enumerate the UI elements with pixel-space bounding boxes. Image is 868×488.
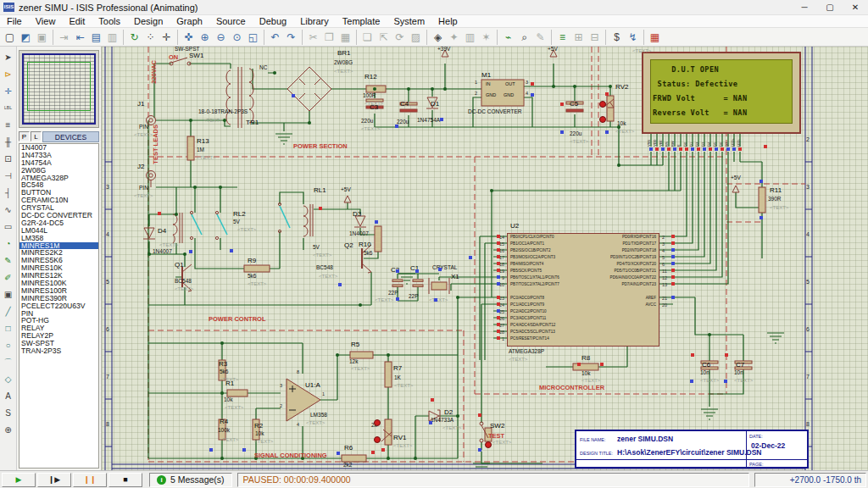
origin-icon[interactable]: ✛ — [159, 30, 174, 44]
block-delete-icon[interactable]: ▨ — [409, 30, 423, 44]
schematic-canvas[interactable]: 3456782345678 — [102, 47, 868, 470]
text-script-mode-icon[interactable]: ≡ — [1, 118, 15, 132]
menu-library[interactable]: Library — [293, 16, 336, 26]
message-panel[interactable]: i 5 Message(s) — [149, 473, 232, 487]
menu-edit[interactable]: Edit — [62, 16, 92, 26]
wire-autorouter-icon[interactable]: ⌁ — [501, 30, 515, 44]
electrical-rules-check-icon[interactable]: ↯ — [626, 30, 640, 44]
menu-design[interactable]: Design — [127, 16, 170, 26]
schematic-label: POWER CONTROL — [209, 316, 266, 323]
decompose-icon[interactable]: ✶ — [479, 30, 493, 44]
generator-mode-icon[interactable]: ◔ — [1, 236, 15, 251]
redo-icon[interactable]: ↷ — [284, 30, 298, 44]
stop-button[interactable]: ■ — [108, 473, 142, 487]
new-sheet-icon[interactable]: ⊞ — [571, 30, 586, 44]
block-move-icon[interactable]: ⇱ — [376, 30, 391, 44]
virtual-instruments-mode-icon[interactable]: ▣ — [1, 287, 15, 302]
zoom-all-icon[interactable]: ⊙ — [230, 30, 244, 44]
menu-graph[interactable]: Graph — [170, 16, 209, 26]
overview-window[interactable] — [19, 50, 99, 128]
grid-toggle-icon[interactable]: ⁘ — [143, 30, 158, 44]
wire-label-mode-icon[interactable]: LBL — [1, 101, 15, 115]
voltage-probe-mode-icon[interactable]: ✎ — [1, 253, 15, 268]
device-item-tran-2p3s[interactable]: TRAN-2P3S — [19, 347, 98, 355]
remove-sheet-icon[interactable]: ⊟ — [587, 30, 602, 44]
new-file-icon[interactable]: ▢ — [3, 30, 17, 44]
netlist-to-ares-icon[interactable]: ▦ — [648, 30, 662, 44]
2d-arc-mode-icon[interactable]: ⌒ — [1, 355, 15, 369]
selection-mode-icon[interactable]: ➤ — [1, 50, 15, 64]
undo-icon[interactable]: ↶ — [268, 30, 282, 44]
packaging-tool-icon[interactable]: ▥ — [463, 30, 477, 44]
menu-debug[interactable]: Debug — [253, 16, 293, 26]
schematic-label: +5V — [548, 47, 558, 53]
device-pin-mode-icon[interactable]: ┤ — [1, 186, 15, 200]
maximize-button[interactable]: ▢ — [817, 0, 843, 15]
cut-icon[interactable]: ✂ — [306, 30, 320, 44]
block-copy-icon[interactable]: ❏ — [360, 30, 375, 44]
pick-device-icon[interactable]: ◈ — [431, 30, 445, 44]
mark-output-icon[interactable]: ▥ — [105, 30, 120, 44]
paste-icon[interactable]: ▦ — [338, 30, 353, 44]
schematic-label: 1N4007 — [349, 231, 369, 237]
microcontroller-u2[interactable]: PB0/ICP1/CLKO/PCINT014PB1/OC1A/PCINT115P… — [507, 233, 659, 347]
junction-mode-icon[interactable]: ✛ — [1, 84, 15, 98]
zoom-in-icon[interactable]: ⊕ — [198, 30, 212, 44]
import-section-icon[interactable]: ⇥ — [57, 30, 71, 44]
print-icon[interactable]: ▤ — [89, 30, 103, 44]
menu-source[interactable]: Source — [209, 16, 253, 26]
mcu-pin-pd0: PD0/RXD/PCINT16 — [622, 235, 656, 239]
make-device-icon[interactable]: ✦ — [447, 30, 461, 44]
open-folder-icon[interactable]: ◩ — [19, 30, 33, 44]
2d-text-mode-icon[interactable]: A — [1, 389, 15, 403]
menu-system[interactable]: System — [387, 16, 431, 26]
2d-symbol-mode-icon[interactable]: S — [1, 406, 15, 420]
2d-line-mode-icon[interactable]: ╱ — [1, 304, 15, 319]
close-button[interactable]: ✕ — [843, 0, 868, 15]
schematic-label: IN — [486, 82, 491, 87]
logic-state-indicator — [732, 147, 736, 151]
menu-tools[interactable]: Tools — [92, 16, 127, 26]
graph-mode-icon[interactable]: ∿ — [1, 202, 15, 217]
redraw-icon[interactable]: ↻ — [127, 30, 142, 44]
zoom-area-icon[interactable]: ◱ — [246, 30, 260, 44]
schematic-label: ON — [169, 54, 178, 61]
design-explorer-icon[interactable]: ≡ — [555, 30, 570, 44]
pan-icon[interactable]: ✜ — [181, 30, 196, 44]
titleblock-divider-h — [576, 459, 807, 460]
search-tag-icon[interactable]: ⌕ — [517, 30, 531, 44]
copy-icon[interactable]: ❐ — [322, 30, 337, 44]
schematic-label: 2k2 — [343, 463, 352, 469]
step-button[interactable]: ❙▶ — [37, 473, 71, 487]
tape-recorder-mode-icon[interactable]: ▭ — [1, 219, 15, 234]
menu-view[interactable]: View — [29, 16, 63, 26]
2d-box-mode-icon[interactable]: □ — [1, 321, 15, 336]
play-button[interactable]: ▶ — [2, 473, 36, 487]
zoom-out-icon[interactable]: ⊖ — [214, 30, 228, 44]
marker-mode-icon[interactable]: ⊕ — [1, 423, 15, 437]
save-icon[interactable]: ▣ — [35, 30, 49, 44]
schematic-label: 100R — [363, 93, 376, 99]
subcircuit-mode-icon[interactable]: ⊡ — [1, 152, 15, 166]
mcu-pin-pc4: PC4/ADC4/SDA/PCINT12 — [510, 323, 555, 327]
library-manager-button[interactable]: L — [31, 131, 42, 141]
terminal-mode-icon[interactable]: ⊣ — [1, 169, 15, 183]
2d-circle-mode-icon[interactable]: ○ — [1, 338, 15, 352]
menu-file[interactable]: File — [0, 16, 29, 26]
menu-template[interactable]: Template — [336, 16, 387, 26]
pause-button[interactable]: ❙❙ — [73, 473, 107, 487]
bus-mode-icon[interactable]: ╫ — [1, 135, 15, 149]
bill-of-materials-icon[interactable]: $ — [609, 30, 624, 44]
cursor-coordinates: +2700.0 -1750.0 th — [754, 473, 866, 487]
block-rotate-icon[interactable]: ⟳ — [392, 30, 407, 44]
2d-path-mode-icon[interactable]: ◇ — [1, 372, 15, 386]
property-assignment-icon[interactable]: ✎ — [533, 30, 548, 44]
logic-state-indicator — [497, 323, 500, 326]
current-probe-mode-icon[interactable]: ✐ — [1, 270, 15, 285]
probe-dot — [599, 116, 606, 123]
minimize-button[interactable]: ─ — [792, 0, 817, 15]
export-section-icon[interactable]: ⇤ — [73, 30, 87, 44]
component-mode-icon[interactable]: ⊳ — [1, 67, 15, 81]
menu-help[interactable]: Help — [431, 16, 465, 26]
pick-devices-button[interactable]: P — [19, 131, 30, 141]
